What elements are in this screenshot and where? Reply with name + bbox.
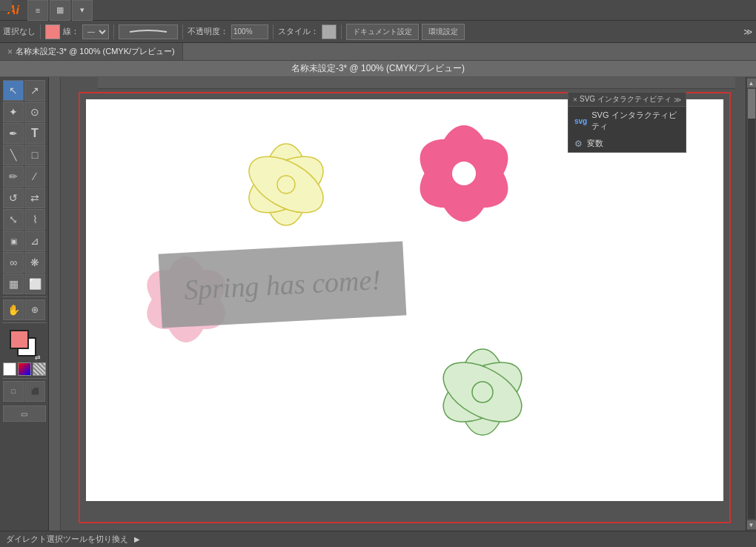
svg-panel-item-svg[interactable]: svg SVG インタラクティビティ <box>568 107 686 135</box>
divider-4 <box>273 24 273 39</box>
gradient-tool[interactable]: ▣ <box>3 231 24 251</box>
svg-icon: svg <box>574 117 587 125</box>
hand-tool[interactable]: ✋ <box>3 299 24 320</box>
expand-icon[interactable]: ≫ <box>743 27 753 37</box>
tool-separator <box>2 296 47 297</box>
toolbox: ↖ ↗ ✦ ⊙ ✒ T ╲ □ ✏ ∕ ↺ ⇄ ⤡ ⌇ ▣ ⊿ <box>0 77 49 531</box>
pencil-tool[interactable]: ∕ <box>24 166 45 187</box>
svg-panel-item-variables[interactable]: ⚙ 変数 <box>568 135 686 152</box>
svg-point-3 <box>277 176 295 193</box>
flower-yellow <box>227 122 345 240</box>
rectangle-tool[interactable]: □ <box>24 145 45 165</box>
zoom-tool[interactable]: ⊕ <box>24 299 45 320</box>
tool-row-5: ✏ ∕ <box>3 166 45 187</box>
fill-swatch[interactable] <box>45 24 60 39</box>
tool-row-3: ✒ T <box>3 123 45 144</box>
scroll-up-arrow[interactable]: ▲ <box>747 79 756 87</box>
swap-colors-icon[interactable]: ⇄ <box>35 354 41 361</box>
magic-wand-tool[interactable]: ✦ <box>3 102 24 122</box>
tool-row-6: ↺ ⇄ <box>3 188 45 208</box>
svg-panel-label: SVG インタラクティビティ <box>591 110 680 132</box>
tool-separator-2 <box>2 322 47 323</box>
eyedropper-tool[interactable]: ⊿ <box>24 231 45 251</box>
tool-row-8: ▣ ⊿ <box>3 231 45 251</box>
stroke-label: 線： <box>63 26 79 37</box>
tab-close-icon[interactable]: × <box>7 47 13 57</box>
selection-tool[interactable]: ↖ <box>3 80 24 101</box>
variables-label: 変数 <box>587 138 603 149</box>
warp-tool[interactable]: ⌇ <box>24 209 45 230</box>
tool-row-10: ▦ ⬜ <box>3 274 45 294</box>
divider-3 <box>182 24 183 39</box>
svg-panel-close-icon[interactable]: × <box>571 96 579 104</box>
flower-pink-large <box>390 107 538 248</box>
type-tool[interactable]: T <box>24 123 45 144</box>
artboard[interactable]: Spring has come! <box>86 99 723 501</box>
opacity-input[interactable] <box>231 24 268 39</box>
line-tool[interactable]: ╲ <box>3 145 24 165</box>
divider-5 <box>341 24 342 39</box>
tool-row-7: ⤡ ⌇ <box>3 209 45 230</box>
color-swatches: ⇄ <box>8 328 41 361</box>
document-tab[interactable]: × 名称未設定-3* @ 100% (CMYK/プレビュー) <box>0 43 183 60</box>
vertical-scrollbar[interactable]: ▲ ▼ <box>746 77 756 531</box>
tool-row-2: ✦ ⊙ <box>3 102 45 122</box>
menu-icon-dropdown[interactable]: ▾ <box>72 0 93 21</box>
style-label: スタイル： <box>278 26 319 37</box>
paintbrush-tool[interactable]: ✏ <box>3 166 24 187</box>
tool-row-11: ✋ ⊕ <box>3 299 45 320</box>
tool-separator-3 <box>2 378 47 379</box>
spring-banner: Spring has come! <box>159 241 407 328</box>
divider-1 <box>40 24 41 39</box>
artboard-tool[interactable]: ⬜ <box>24 274 45 294</box>
scroll-down-arrow[interactable]: ▼ <box>747 520 756 529</box>
svg-panel: × SVG インタラクティビティ ≫ svg SVG インタラクティビティ ⚙ … <box>568 92 686 153</box>
artboard-container: Spring has come! <box>79 92 731 523</box>
normal-mode[interactable]: □ <box>3 381 24 402</box>
stroke-preview <box>119 24 178 39</box>
blend-tool[interactable]: ∞ <box>3 252 24 273</box>
graph-tool[interactable]: ▦ <box>3 274 24 294</box>
none-icon[interactable] <box>3 362 16 376</box>
doc-settings-button[interactable]: ドキュメント設定 <box>346 24 419 40</box>
pattern-swatch[interactable] <box>33 362 46 376</box>
opacity-label: 不透明度： <box>188 26 228 37</box>
symbol-tool[interactable]: ❋ <box>24 252 45 273</box>
scroll-thumb[interactable] <box>748 89 755 119</box>
window-title-text: 名称未設定-3* @ 100% (CMYK/プレビュー) <box>291 62 465 75</box>
tab-title-text: 名称未設定-3* @ 100% (CMYK/プレビュー) <box>16 46 175 57</box>
main-layout: ↖ ↗ ✦ ⊙ ✒ T ╲ □ ✏ ∕ ↺ ⇄ ⤡ ⌇ ▣ ⊿ <box>0 77 756 531</box>
ruler-vertical <box>49 77 61 531</box>
change-screen-mode[interactable]: ▭ <box>3 405 46 422</box>
pen-tool[interactable]: ✒ <box>3 123 24 144</box>
ruler-horizontal <box>98 77 735 89</box>
flower-green <box>412 329 553 463</box>
status-text: ダイレクト選択ツールを切り換え <box>6 534 128 545</box>
menu-icon-grid[interactable]: ▦ <box>50 0 70 21</box>
gradient-swatch[interactable] <box>18 362 31 376</box>
lasso-tool[interactable]: ⊙ <box>24 102 45 122</box>
env-settings-button[interactable]: 環境設定 <box>422 24 465 40</box>
variables-icon: ⚙ <box>574 139 583 149</box>
direct-selection-tool[interactable]: ↗ <box>24 80 45 101</box>
fill-color-swatch[interactable] <box>10 330 29 349</box>
tool-row-4: ╲ □ <box>3 145 45 165</box>
preview-mode[interactable]: ⬛ <box>24 381 45 402</box>
svg-point-15 <box>472 382 493 402</box>
stroke-select[interactable]: — <box>82 24 109 39</box>
rotate-tool[interactable]: ↺ <box>3 188 24 208</box>
menu-icon-file[interactable]: ≡ <box>27 0 48 21</box>
color-section: ⇄ <box>3 328 46 376</box>
style-swatch[interactable] <box>322 24 336 39</box>
tool-row-1: ↖ ↗ <box>3 80 45 101</box>
spring-text: Spring has come! <box>183 263 382 306</box>
status-arrow-icon[interactable]: ▶ <box>134 535 140 543</box>
scale-tool[interactable]: ⤡ <box>3 209 24 230</box>
svg-panel-expand-icon[interactable]: ≫ <box>672 96 683 104</box>
options-bar: 選択なし 線： — 不透明度： スタイル： ドキュメント設定 環境設定 ≫ <box>0 21 756 43</box>
svg-point-7 <box>452 162 476 185</box>
reflect-tool[interactable]: ⇄ <box>24 188 45 208</box>
scroll-track[interactable] <box>748 89 755 519</box>
svg-panel-header: × SVG インタラクティビティ ≫ <box>568 93 686 107</box>
canvas-area[interactable]: Spring has come! × SVG インタラクティビティ ≫ svg … <box>49 77 746 531</box>
